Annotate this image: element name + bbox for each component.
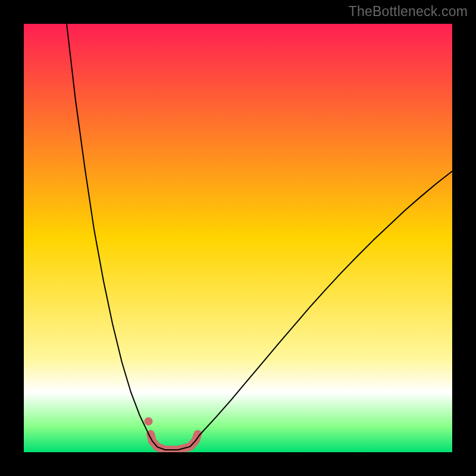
watermark-text: TheBottleneck.com [349,4,468,20]
plot-svg [24,24,452,452]
gradient-background [24,24,452,452]
chart-frame: TheBottleneck.com [0,0,476,476]
marker-shoulder-dot [145,417,153,425]
plot-area [24,24,452,452]
